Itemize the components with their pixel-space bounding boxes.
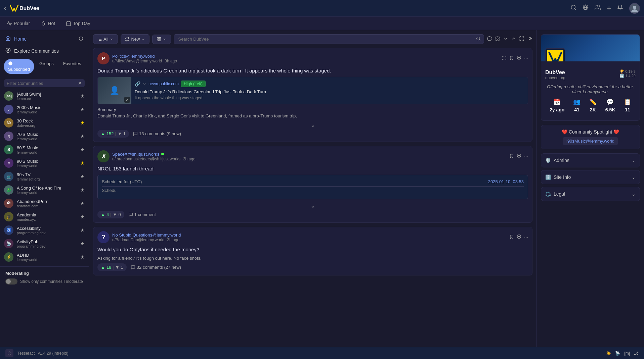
list-item[interactable]: [as] [Adult Swim] lemm.ee ★ (0, 89, 89, 103)
site-info-section: ℹ️ Site Info ⌄ (541, 170, 640, 184)
more-options-icon[interactable]: ··· (524, 154, 528, 159)
more-options-icon[interactable]: ··· (524, 56, 528, 61)
spotlight-link[interactable]: l90sMusic@lemmy.world (563, 137, 618, 145)
post-community[interactable]: Politics@lemmy.world (112, 54, 499, 59)
tab-favorites[interactable]: Favorites (59, 59, 85, 74)
favorite-icon[interactable]: ★ (80, 227, 85, 233)
comments-button[interactable]: 13 comments (9 new) (133, 131, 181, 136)
list-item[interactable]: 🏚 AbandonedPorn reddthat.com ★ (0, 197, 89, 210)
subnav-hot[interactable]: Hot (38, 19, 58, 28)
favorite-icon[interactable]: ★ (80, 214, 85, 219)
pin-post-icon[interactable] (517, 154, 521, 159)
antenna-icon[interactable]: 📡 (615, 351, 620, 356)
list-item[interactable]: S 80'S Music lemmy.world ★ (0, 143, 89, 156)
admins-section-header[interactable]: 🛡️ Admins ⌄ (541, 154, 640, 167)
favorite-icon[interactable]: ★ (80, 147, 85, 152)
collapse-icon[interactable] (511, 36, 516, 42)
sun-icon[interactable]: ☀️ (606, 351, 611, 356)
upvote-count: 4 (106, 212, 109, 217)
plus-icon[interactable]: + (607, 4, 611, 13)
tab-groups[interactable]: Groups (35, 59, 58, 74)
favorite-icon[interactable]: ★ (80, 174, 85, 179)
post-time: 3h ago (183, 157, 196, 161)
list-item[interactable]: ♪ 2000s Music lemmy.world ★ (0, 103, 89, 116)
sidebar-home[interactable]: Home (0, 33, 89, 45)
save-post-icon[interactable] (509, 154, 514, 159)
people-icon[interactable] (595, 4, 601, 12)
list-item[interactable]: ♬ 90'S Music lemmy.world ★ (0, 156, 89, 170)
favorite-icon[interactable]: ★ (80, 120, 85, 125)
subnav-popular[interactable]: Popular (4, 19, 33, 28)
post-title[interactable]: NROL-153 launch thread (97, 165, 528, 172)
comments-button[interactable]: 1 comment (128, 212, 156, 217)
view-icon (157, 37, 161, 42)
upvote-button[interactable]: ▲ 152 | ▼ 1 (97, 130, 129, 138)
list-item[interactable]: 📺 90s TV lemmy.sdf.org ★ (0, 170, 89, 183)
spotlight-card: ❤️ Community Spotlight ❤️ l90sMusic@lemm… (541, 125, 640, 149)
expand-image-icon[interactable]: ⤢ (124, 97, 130, 103)
favorite-icon[interactable]: ★ (80, 187, 85, 193)
search-input[interactable] (174, 34, 484, 44)
fullscreen-icon[interactable] (519, 36, 524, 42)
list-item[interactable]: ♫ 70'S Music lemmy.world ★ (0, 130, 89, 143)
github-icon[interactable]: ⎇ (634, 351, 639, 356)
refresh-feed-icon[interactable] (487, 36, 492, 43)
user-avatar[interactable] (629, 3, 640, 14)
legal-header[interactable]: ⚖️ Legal ⌄ (541, 187, 640, 201)
favorite-icon[interactable]: ★ (80, 201, 85, 206)
favorite-icon[interactable]: ★ (80, 134, 85, 139)
filter-clear-icon[interactable]: ✕ (78, 81, 82, 86)
forward-icon[interactable] (527, 36, 532, 42)
favorite-icon[interactable]: ★ (80, 160, 85, 166)
list-item[interactable]: ♿ Accessibility programming.dev ★ (0, 223, 89, 237)
list-item[interactable]: ⚡ ADHD lemmy.world ★ (0, 250, 89, 264)
filter-all-button[interactable]: All (93, 34, 118, 44)
filter-input[interactable] (7, 81, 78, 86)
expand-icon[interactable] (503, 36, 508, 42)
refresh-icon[interactable] (79, 36, 83, 42)
post-card: P Politics@lemmy.world u/MicroWave@lemmy… (93, 48, 532, 142)
site-info-header[interactable]: ℹ️ Site Info ⌄ (541, 170, 640, 184)
settings-icon[interactable] (495, 36, 500, 42)
expand-summary-icon[interactable]: ⌄ (97, 121, 528, 129)
list-item[interactable]: 🎓 Academia mander.xyz ★ (0, 210, 89, 223)
save-post-icon[interactable] (509, 56, 514, 61)
svg-rect-21 (157, 40, 159, 41)
more-options-icon[interactable]: ··· (524, 235, 528, 240)
globe-icon[interactable] (583, 4, 589, 12)
post-link-url[interactable]: newrepublic.com (148, 82, 179, 86)
back-icon[interactable]: ‹ (4, 5, 6, 12)
favorite-icon[interactable]: ★ (80, 107, 85, 112)
tab-subscribed[interactable]: Subscribed (4, 59, 34, 74)
search-icon[interactable] (570, 4, 576, 12)
list-item[interactable]: 📡 ActivityPub programming.dev ★ (0, 237, 89, 250)
list-item[interactable]: 🐉 A Song Of Ice And Fire lemmy.world ★ (0, 183, 89, 197)
save-post-icon[interactable] (509, 235, 514, 240)
upvote-button[interactable]: ▲ 4 | ▼ 0 (97, 211, 124, 218)
post-title[interactable]: Would you do Onlyfans if needed the mone… (97, 246, 528, 253)
expand-summary-icon[interactable]: ⌄ (97, 202, 528, 209)
favorite-icon[interactable]: ★ (80, 241, 85, 246)
sidebar-explore[interactable]: Explore Communities (0, 45, 89, 57)
post-community[interactable]: No Stupid Questions@lemmy.world (112, 233, 507, 238)
expand-post-icon[interactable] (502, 56, 507, 61)
comments-button[interactable]: 32 comments (27 new) (131, 265, 181, 270)
moderation-toggle-switch[interactable] (5, 278, 17, 285)
matrix-icon[interactable]: [m] (624, 351, 630, 356)
list-item[interactable]: 30 30 Rock dubvee.org ★ (0, 116, 89, 130)
view-toggle-button[interactable] (152, 35, 171, 44)
favorite-icon[interactable]: ★ (80, 254, 85, 260)
post-title[interactable]: Donald Trump Jr.'s ridiculous Greenland … (97, 67, 528, 74)
sort-new-button[interactable]: New (121, 34, 149, 44)
pin-post-icon[interactable] (517, 235, 521, 240)
favorite-icon[interactable]: ★ (80, 93, 85, 99)
bell-icon[interactable] (617, 4, 623, 12)
svg-point-11 (8, 61, 12, 65)
post-community[interactable]: SpaceX@sh.itjust.works (112, 152, 159, 157)
upvote-icon: ▲ (101, 131, 105, 136)
stat-age: 📅 2y ago (550, 98, 564, 112)
subnav-topday[interactable]: Top Day (63, 19, 93, 28)
schedule-schedu-row: Schedu (102, 188, 524, 193)
upvote-button[interactable]: ▲ 18 | ▼ 1 (97, 263, 127, 271)
pin-post-icon[interactable] (517, 56, 521, 61)
